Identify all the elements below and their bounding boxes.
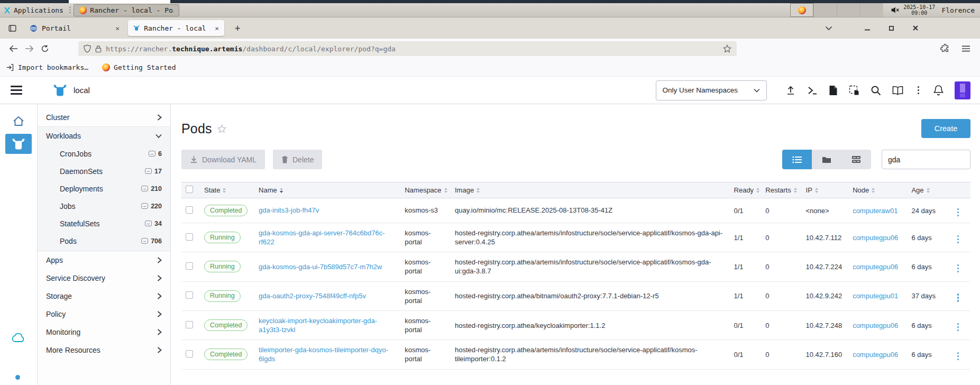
node-link[interactable]: computegpu06 (853, 263, 898, 271)
sidebar-item-cronjobs[interactable]: CronJobs 6 (38, 145, 170, 162)
pod-name-link[interactable]: gda-inits3-job-fh47v (259, 206, 319, 214)
row-actions-kebab-icon[interactable] (954, 263, 963, 274)
pod-name-link[interactable]: gda-kosmos-gda-api-server-764c6bd76c-rf6… (259, 229, 384, 246)
back-button[interactable] (5, 41, 21, 56)
taskbar-clock[interactable]: 2025-10-17 09:00 (903, 4, 935, 16)
shield-icon[interactable] (84, 44, 91, 53)
row-checkbox[interactable] (186, 321, 193, 328)
tab-portail[interactable]: Portail × (24, 20, 125, 36)
column-header-state[interactable]: State (200, 182, 254, 198)
kubectl-shell-icon[interactable] (807, 85, 818, 96)
taskbar-window-button[interactable]: Rancher - local - Po… (74, 4, 179, 16)
sidebar-item-service-discovery[interactable]: Service Discovery (38, 269, 170, 287)
url-bar[interactable]: https://rancher.technique.artemis/dashbo… (78, 41, 737, 56)
sidebar-item-jobs[interactable]: Jobs 220 (38, 197, 170, 215)
extensions-puzzle-icon[interactable] (940, 44, 950, 53)
node-link[interactable]: computegpu06 (853, 322, 898, 329)
bookmark-star-icon[interactable] (723, 44, 731, 53)
search-icon[interactable] (871, 85, 881, 96)
row-actions-kebab-icon[interactable] (954, 234, 963, 245)
sidebar-item-monitoring[interactable]: Monitoring (38, 323, 170, 341)
tray-slot[interactable] (813, 3, 837, 17)
main-menu-icon[interactable] (11, 86, 22, 95)
notifications-bell-icon[interactable] (933, 85, 944, 96)
column-header-ready[interactable]: Ready (730, 182, 762, 198)
node-link[interactable]: computegpu06 (853, 351, 898, 359)
home-icon[interactable] (13, 116, 24, 129)
column-header-namespace[interactable]: Namespace (400, 182, 451, 198)
node-link[interactable]: computeraw01 (853, 207, 897, 215)
download-yaml-button[interactable]: Download YAML (181, 150, 265, 169)
menu-hamburger-icon[interactable] (961, 45, 970, 52)
grouped-view-button[interactable] (841, 150, 871, 169)
sidebar-item-policy[interactable]: Policy (38, 305, 170, 323)
docs-book-icon[interactable] (892, 86, 903, 95)
row-actions-kebab-icon[interactable] (954, 322, 963, 333)
sidebar-item-storage[interactable]: Storage (38, 287, 170, 305)
sidebar-item-apps[interactable]: Apps (38, 251, 170, 269)
sidebar-item-daemonsets[interactable]: DaemonSets 17 (38, 162, 170, 180)
maximize-icon[interactable] (889, 25, 894, 31)
favorite-star-icon[interactable] (217, 124, 226, 133)
column-header-name[interactable]: Name (254, 182, 400, 198)
sidebar-item-cluster[interactable]: Cluster (38, 108, 170, 126)
folder-view-button[interactable] (812, 150, 841, 169)
row-actions-kebab-icon[interactable] (954, 292, 963, 303)
minimize-icon[interactable] (864, 25, 871, 31)
sidebar-item-deployments[interactable]: Deployments 210 (38, 180, 170, 197)
delete-button[interactable]: Delete (273, 150, 322, 169)
tab-close-icon[interactable]: × (215, 24, 219, 32)
tab-close-icon[interactable]: × (115, 24, 120, 32)
kebab-menu-icon[interactable] (914, 85, 923, 96)
close-icon[interactable] (912, 25, 919, 31)
lock-icon[interactable] (95, 45, 102, 53)
cluster-steer-icon[interactable] (5, 134, 32, 154)
node-link[interactable]: computegpu06 (853, 234, 898, 242)
column-header-ip[interactable]: IP (802, 182, 849, 198)
list-view-button[interactable] (782, 150, 812, 169)
applications-menu-button[interactable]: Applications (0, 3, 67, 17)
tab-rancher[interactable]: Rancher - local - Pod × (128, 20, 224, 36)
cloud-icon[interactable] (12, 333, 25, 345)
tray-slot[interactable] (837, 3, 860, 17)
column-header-node[interactable]: Node (848, 182, 907, 198)
row-actions-kebab-icon[interactable] (954, 207, 963, 218)
forward-button[interactable] (21, 41, 37, 56)
filter-input[interactable] (882, 150, 970, 169)
pod-name-link[interactable]: gda-oauth2-proxy-7548f49cff-nfp5v (259, 292, 366, 300)
cluster-brand[interactable]: local (53, 84, 90, 97)
node-link[interactable]: computegpu01 (853, 292, 898, 300)
sidebar-item-statefulsets[interactable]: StatefulSets 34 (38, 215, 170, 232)
column-header-restarts[interactable]: Restarts (761, 182, 801, 198)
row-checkbox[interactable] (186, 291, 193, 299)
reload-button[interactable] (37, 41, 53, 56)
select-all-checkbox[interactable] (186, 186, 193, 193)
row-checkbox[interactable] (186, 206, 193, 214)
namespace-filter-select[interactable]: Only User Namespaces (656, 80, 767, 100)
bookmark-getting-started[interactable]: Getting Started (102, 63, 176, 71)
list-tabs-chevron-icon[interactable] (825, 26, 832, 31)
sidebar-item-more-resources[interactable]: More Resources (38, 341, 170, 359)
file-icon[interactable] (829, 85, 838, 96)
create-button[interactable]: Create (921, 119, 970, 138)
row-checkbox[interactable] (186, 350, 193, 358)
muted-speaker-icon[interactable] (891, 6, 899, 14)
row-actions-kebab-icon[interactable] (954, 351, 963, 362)
taskbar-grip[interactable] (69, 6, 71, 14)
pod-name-link[interactable]: keycloak-import-keycloakimporter-gda-a1y… (259, 317, 377, 334)
bookmark-import[interactable]: Import bookmarks… (6, 63, 88, 71)
tray-slot[interactable] (860, 3, 883, 17)
sidebar-item-workloads[interactable]: Workloads (38, 127, 170, 145)
column-header-age[interactable]: Age (907, 182, 949, 198)
sidebar-item-pods[interactable]: Pods 706 (38, 232, 170, 250)
row-checkbox[interactable] (186, 233, 193, 241)
new-tab-button[interactable]: + (231, 23, 244, 33)
pod-name-link[interactable]: gda-kosmos-gda-ui-7b589d57c7-m7h2w (259, 263, 382, 271)
import-yaml-icon[interactable] (785, 85, 796, 96)
tray-firefox-button[interactable] (790, 3, 813, 17)
pod-name-link[interactable]: tileimporter-gda-kosmos-tileimporter-dqy… (259, 346, 388, 363)
nav-dot[interactable] (15, 375, 20, 380)
user-avatar[interactable] (955, 81, 970, 99)
copy-resource-icon[interactable] (849, 85, 859, 96)
row-checkbox[interactable] (186, 262, 193, 270)
